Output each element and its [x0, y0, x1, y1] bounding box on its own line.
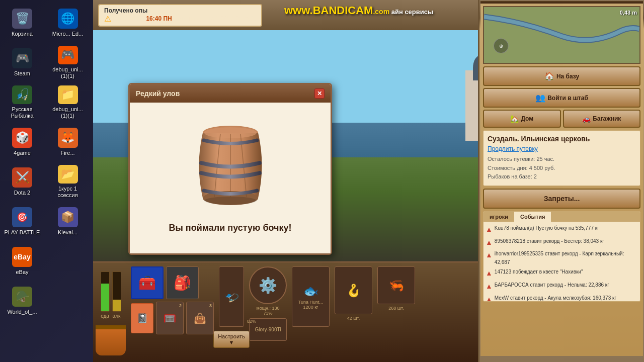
desktop-icon-origin[interactable]: 🎮 debug_uni... (1)(1): [48, 44, 88, 81]
tackle-section: 🧰 🎒 📓 🥅 2 👜 3: [128, 262, 216, 362]
svg-text:⊕: ⊕: [499, 43, 503, 49]
event-arrow-icon: ▲: [486, 267, 493, 280]
event-item-3: ▲ 147123 побеждает в квесте "Нахивки": [486, 267, 638, 280]
desktop-icon-1kurs[interactable]: 📂 1курс 1 ccессия: [48, 163, 88, 201]
modal-close-button[interactable]: ✕: [314, 88, 325, 99]
extend-permit-link[interactable]: Продлить путевку: [488, 145, 636, 152]
modal-message: Вы поймали пустую бочку!: [169, 223, 291, 233]
fishing-rod-item[interactable]: 🎣 82%: [219, 266, 244, 327]
map-distance: 0,43 m: [620, 10, 637, 16]
svg-point-9: [204, 197, 257, 205]
map-image: ⊕: [484, 7, 639, 63]
location-info: Суздаль. Ильинская церковь Продлить путе…: [483, 130, 640, 186]
modal-titlebar: Редкий улов ✕: [130, 84, 331, 103]
desktop-icon-steam[interactable]: 🎮 Steam: [2, 44, 42, 81]
desktop-icon-firefox[interactable]: 🦊 Fire...: [48, 123, 88, 161]
hook-item[interactable]: 🪝: [335, 266, 372, 314]
tuna-item[interactable]: 🐟 Tuna Hunt... 1200 кг: [292, 266, 330, 327]
event-arrow-icon: ▲: [486, 294, 493, 302]
events-tabs: игроки События: [484, 212, 640, 222]
event-item-1: ▲ 89506378218 ставит рекорд - Бестер: 38…: [486, 237, 638, 249]
tab-players[interactable]: игроки: [484, 212, 514, 222]
warning-icon: ⚠: [104, 14, 111, 24]
event-arrow-icon: ▲: [486, 224, 493, 236]
home-button[interactable]: 🏡 Дом: [483, 110, 561, 128]
tab-events[interactable]: События: [514, 212, 551, 222]
modal-title: Редкий улов: [136, 89, 180, 98]
desktop-icon-ebay[interactable]: eBay eBay: [2, 242, 42, 280]
configure-button[interactable]: Настроить ▼: [213, 331, 250, 348]
event-item-0: ▲ Kuu78 поймал(а) Пустую бочку на 535,77…: [486, 224, 638, 236]
map-area[interactable]: ⊕ 0,43 m: [483, 6, 640, 64]
events-panel: игроки События ▲ Kuu78 поймал(а) Пустую …: [483, 211, 640, 302]
desktop-icon-player-battle[interactable]: 🎯 PLAY BATTLE: [2, 203, 42, 240]
event-arrow-icon: ▲: [486, 281, 493, 293]
event-item-5: ▲ MexW ставит рекорд - Акула мелкозубая:…: [486, 294, 638, 302]
tuna-section: 🐟 Tuna Hunt... 1200 кг: [289, 262, 332, 362]
desktop-icon-russian-fishing[interactable]: 🎣 Русская Рыбалка: [2, 83, 42, 121]
desktop-icon-korzina[interactable]: 🗑️ Корзина: [2, 4, 42, 42]
hook-section: 🪝 42 шт.: [332, 262, 375, 362]
reel-section: ⚙️ мощн.: 130 73% Glory-900Ti: [247, 262, 289, 362]
base-button[interactable]: 🏠 На базу: [483, 66, 640, 86]
event-item-4: ▲ БАРБАРОССА ставит рекорд - Нельма: 22,…: [486, 281, 638, 293]
bait-item[interactable]: 🦐: [377, 266, 415, 304]
bans-button[interactable]: Запреты...: [483, 189, 640, 209]
bucket-icon: [96, 325, 126, 355]
event-item-2: ▲ ihorwarrior199525335 ставит рекорд - К…: [486, 249, 638, 266]
desktop-icon-world-of-tanks[interactable]: 🪖 World_of_...: [2, 282, 42, 320]
stats-section: еда алк: [93, 262, 128, 362]
trunk-button[interactable]: 🚗 Багажник: [563, 110, 641, 128]
event-list: ▲ Kuu78 поймал(а) Пустую бочку на 535,77…: [484, 222, 640, 302]
food-bar: [101, 272, 110, 312]
desktop-icon-debug[interactable]: 📁 debug_uni... (1)(1): [48, 83, 88, 121]
event-arrow-icon: ▲: [486, 237, 493, 249]
event-arrow-icon: ▲: [486, 249, 493, 261]
rare-catch-modal: Редкий улов ✕: [128, 83, 332, 255]
desktop-icon-microsoft-edge[interactable]: 🌐 Micro... Ed...: [48, 4, 88, 42]
tackle-box-item[interactable]: 🧰: [131, 266, 164, 299]
barrel-image: [193, 123, 268, 210]
reel-item[interactable]: ⚙️: [249, 266, 287, 304]
backpack-item[interactable]: 🎒: [166, 266, 199, 299]
bandicam-watermark: www.BANDICAM.com айн сервисы: [284, 4, 433, 17]
rod-section: 🎣 82% Настроить ▼: [216, 262, 247, 362]
action-buttons: 🏠 На базу 👥 Войти в штаб 🏡 Дом 🚗 Багажни…: [483, 66, 640, 128]
desktop-icon-4game[interactable]: 🎲 4game: [2, 123, 42, 161]
bag-item[interactable]: 👜 3: [186, 302, 214, 334]
net-item[interactable]: 🥅 2: [156, 302, 184, 334]
xp-notification: Получено опы ⚠ Время: 16:40 ПН Деньги: 1…: [98, 4, 262, 27]
alc-bar: [112, 272, 121, 312]
desktop-icon-area: 🗑️ Корзина 🎮 Steam 🎣 Русская Рыбалка 🎲 4…: [0, 0, 93, 362]
hq-button[interactable]: 👥 Войти в штаб: [483, 88, 640, 108]
desktop-icon-dota2[interactable]: ⚔️ Dota 2: [2, 163, 42, 201]
notebook-item[interactable]: 📓: [131, 303, 153, 333]
bait-section: 🦐 268 шт.: [375, 262, 418, 362]
desktop-icon-kleval[interactable]: 📦 Kleval...: [48, 203, 88, 240]
modal-body: Вы поймали пустую бочку!: [130, 103, 331, 253]
right-panel: ⊕ 0,43 m 🏠 На базу 👥 Войти в штаб 🏡 Дом …: [478, 0, 644, 362]
